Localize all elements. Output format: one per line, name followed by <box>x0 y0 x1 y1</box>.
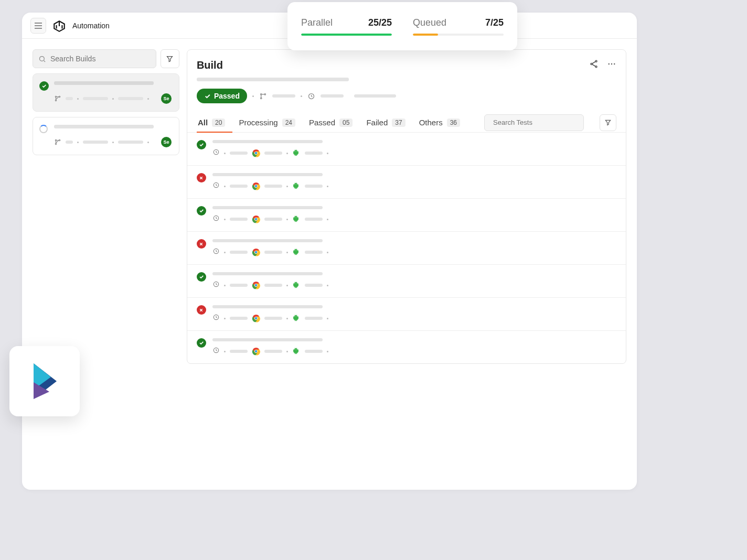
status-passed-icon <box>197 206 206 216</box>
branch-icon <box>54 95 61 102</box>
share-button[interactable] <box>589 59 599 71</box>
test-row[interactable] <box>187 265 626 298</box>
status-passed-icon <box>39 81 49 91</box>
clock-icon <box>212 148 220 158</box>
chrome-icon <box>252 149 260 157</box>
stat-queued: Queued 7/25 <box>413 17 504 36</box>
svg-point-8 <box>591 63 592 65</box>
app-title: Automation <box>72 21 110 30</box>
test-row[interactable] <box>187 331 626 363</box>
more-button[interactable] <box>607 59 616 71</box>
main-panel: Build Passed <box>187 49 626 364</box>
filter-icon <box>166 55 174 63</box>
test-row[interactable] <box>187 166 626 199</box>
tab-label: All <box>198 118 208 127</box>
chrome-icon <box>252 281 260 289</box>
app-window: Automation <box>22 13 637 490</box>
app-logo-icon <box>52 19 66 33</box>
progress-fill <box>301 34 392 36</box>
stats-popover: Parallel 25/25 Queued 7/25 <box>287 2 517 50</box>
tab-passed[interactable]: Passed 05 <box>308 113 354 132</box>
tabs: All 20 Processing 24 Passed 05 Failed 37… <box>187 113 626 133</box>
clock-icon <box>212 247 220 257</box>
tab-label: Failed <box>366 118 388 127</box>
svg-point-14 <box>260 98 262 99</box>
clock-icon <box>212 314 220 323</box>
test-row[interactable] <box>187 298 626 331</box>
svg-point-0 <box>40 56 45 61</box>
progress-track <box>301 34 392 36</box>
svg-point-25 <box>255 185 257 187</box>
tab-count: 20 <box>212 119 225 127</box>
build-card[interactable]: Se <box>33 117 179 155</box>
stat-label: Queued <box>413 17 446 28</box>
android-icon <box>292 248 301 256</box>
clock-icon <box>212 181 220 191</box>
tab-count: 36 <box>447 119 460 127</box>
tab-label: Passed <box>309 118 335 127</box>
chrome-icon <box>252 182 260 190</box>
more-horizontal-icon <box>607 59 616 69</box>
play-logo-icon <box>26 360 63 402</box>
svg-point-41 <box>255 317 257 319</box>
svg-point-29 <box>255 218 257 220</box>
tab-label: Processing <box>239 118 278 127</box>
tab-others[interactable]: Others 36 <box>418 113 461 132</box>
tab-failed[interactable]: Failed 37 <box>365 113 406 132</box>
search-builds-box[interactable] <box>33 49 156 68</box>
status-failed-icon <box>197 305 206 315</box>
check-icon <box>204 93 211 100</box>
clock-icon <box>212 347 220 356</box>
status-running-icon <box>39 125 49 134</box>
svg-point-4 <box>55 139 56 141</box>
tab-label: Others <box>419 118 443 127</box>
clock-icon <box>212 214 220 224</box>
hamburger-icon <box>35 23 42 29</box>
svg-point-13 <box>260 93 262 95</box>
svg-point-5 <box>55 143 56 144</box>
status-badge: Passed <box>197 89 247 103</box>
share-icon <box>589 59 599 69</box>
page-title: Build <box>197 59 223 71</box>
svg-point-21 <box>255 152 257 154</box>
search-tests-box[interactable] <box>484 114 584 131</box>
chrome-icon <box>252 347 260 356</box>
progress-track <box>413 34 504 36</box>
test-list <box>187 133 626 363</box>
tab-count: 24 <box>282 119 295 127</box>
stat-value: 7/25 <box>485 17 504 28</box>
selenium-badge-icon: Se <box>161 137 172 147</box>
search-tests-input[interactable] <box>493 119 581 126</box>
tab-processing[interactable]: Processing 24 <box>238 113 296 132</box>
status-passed-icon <box>197 140 206 149</box>
sidebar: Se <box>33 49 179 364</box>
tab-all[interactable]: All 20 <box>197 113 227 132</box>
stat-label: Parallel <box>301 17 333 28</box>
test-row[interactable] <box>187 232 626 265</box>
test-row[interactable] <box>187 133 626 166</box>
clock-icon <box>212 281 220 290</box>
branch-icon <box>259 92 267 100</box>
menu-button[interactable] <box>30 18 46 34</box>
android-icon <box>292 314 301 322</box>
filter-tests-button[interactable] <box>600 114 616 131</box>
android-icon <box>292 347 301 356</box>
tab-count: 37 <box>392 119 405 127</box>
svg-point-12 <box>614 63 615 64</box>
status-label: Passed <box>214 92 240 100</box>
build-card[interactable]: Se <box>33 73 179 112</box>
svg-point-11 <box>611 63 612 64</box>
svg-point-7 <box>595 60 597 62</box>
search-builds-input[interactable] <box>50 55 151 63</box>
search-icon <box>38 55 46 63</box>
content: Se <box>22 39 637 364</box>
filter-builds-button[interactable] <box>161 49 179 68</box>
android-icon <box>292 215 301 223</box>
filter-icon <box>604 119 612 126</box>
tab-count: 05 <box>339 119 353 127</box>
progress-fill <box>413 34 438 36</box>
android-icon <box>292 149 301 157</box>
test-row[interactable] <box>187 199 626 232</box>
svg-point-2 <box>55 100 56 101</box>
android-icon <box>292 281 301 289</box>
